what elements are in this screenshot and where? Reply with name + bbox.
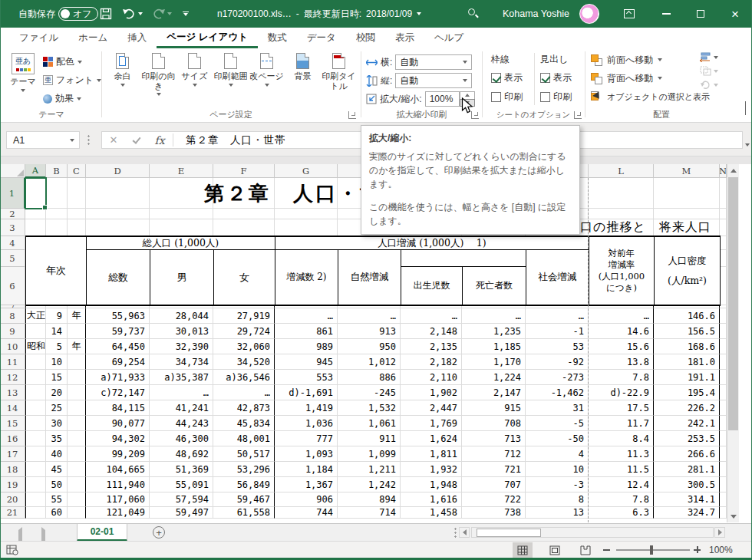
cell[interactable]	[720, 477, 727, 492]
cell[interactable]	[720, 400, 727, 416]
cell[interactable]	[150, 209, 213, 219]
cell[interactable]	[68, 400, 86, 416]
cell[interactable]	[86, 219, 150, 236]
header-total[interactable]: 総数	[87, 250, 150, 305]
vertical-scrollbar[interactable]	[727, 164, 739, 522]
ribbon-display-options-button[interactable]	[614, 0, 645, 28]
cell[interactable]: 84,115	[86, 400, 150, 416]
cell[interactable]: 年	[68, 308, 86, 324]
cell[interactable]: 713	[462, 431, 526, 446]
cell[interactable]: 738	[462, 507, 526, 519]
cell[interactable]	[68, 416, 86, 431]
cell[interactable]: 989	[275, 339, 338, 354]
cell[interactable]: 40	[46, 446, 68, 462]
cell[interactable]	[25, 507, 46, 519]
header-year[interactable]: 年次	[26, 237, 87, 305]
header-deaths[interactable]: 死亡者数	[463, 267, 526, 305]
cell[interactable]	[213, 219, 275, 236]
row-header[interactable]: 8	[0, 308, 25, 324]
cell[interactable]: 1,932	[401, 462, 462, 477]
cell[interactable]: 55	[46, 492, 68, 507]
cell[interactable]: 708	[462, 416, 526, 431]
page-setup-dialog-launcher[interactable]	[348, 111, 356, 119]
cell[interactable]	[68, 446, 86, 462]
collapse-ribbon-button[interactable]	[745, 102, 746, 116]
redo-button[interactable]	[152, 0, 172, 28]
horizontal-scrollbar[interactable]	[471, 527, 714, 538]
column-header[interactable]: N	[720, 164, 727, 178]
row-header[interactable]: 10	[0, 339, 25, 354]
cell[interactable]: 61,558	[213, 507, 275, 519]
row-header[interactable]: 19	[0, 477, 25, 492]
cell[interactable]	[25, 446, 46, 462]
cell[interactable]: …	[589, 308, 654, 324]
cell[interactable]: 90,077	[86, 416, 150, 431]
cell[interactable]: 13	[526, 507, 589, 519]
cell[interactable]: 13.8	[589, 354, 654, 370]
cell[interactable]: 714	[338, 507, 401, 519]
cell[interactable]: 722	[462, 492, 526, 507]
theme-effects-button[interactable]: 効果	[43, 92, 81, 105]
cell[interactable]: 44,243	[150, 416, 213, 431]
column-header[interactable]: D	[86, 164, 150, 178]
cell[interactable]	[720, 250, 727, 267]
cell[interactable]: 11.5	[589, 462, 654, 477]
cell[interactable]: 昭和	[25, 339, 46, 354]
cell[interactable]	[654, 178, 720, 209]
insert-function-button[interactable]: fx	[148, 134, 171, 147]
ribbon-tab[interactable]: ページ レイアウト	[157, 28, 258, 48]
row-header[interactable]: 9	[0, 324, 25, 339]
cell[interactable]: 94,302	[86, 431, 150, 446]
cell[interactable]: d)-1,691	[275, 385, 338, 400]
cell[interactable]: 48,001	[213, 431, 275, 446]
header-density[interactable]: 人口密度 (人/km²)	[655, 237, 721, 305]
tab-scrollbar-divider[interactable]	[454, 527, 457, 539]
cell[interactable]: 2,182	[401, 354, 462, 370]
cell[interactable]	[720, 507, 727, 519]
cell[interactable]: -92	[526, 354, 589, 370]
cell[interactable]: 324.7	[654, 507, 720, 519]
column-header[interactable]: C	[68, 164, 86, 178]
row-header[interactable]: 16	[0, 431, 25, 446]
column-header[interactable]: M	[654, 164, 720, 178]
header-total-population[interactable]: 総人口 (1,000人)	[87, 237, 275, 250]
cell[interactable]: -3	[526, 477, 589, 492]
cell[interactable]: …	[213, 385, 275, 400]
cell[interactable]: 2,110	[401, 370, 462, 385]
cell[interactable]	[25, 219, 46, 236]
cell[interactable]: 55,963	[86, 308, 150, 324]
cell[interactable]: a)35,387	[150, 370, 213, 385]
cell[interactable]: 59,737	[86, 324, 150, 339]
cell[interactable]: 51,369	[150, 462, 213, 477]
cell[interactable]	[68, 462, 86, 477]
gridlines-print-checkbox[interactable]: 印刷	[491, 91, 523, 104]
cell[interactable]: 10	[46, 354, 68, 370]
cell[interactable]: …	[462, 308, 526, 324]
cell[interactable]: 50,517	[213, 446, 275, 462]
cell[interactable]: 1,458	[401, 507, 462, 519]
cell[interactable]	[68, 209, 86, 219]
cell[interactable]: 48,692	[150, 446, 213, 462]
cell[interactable]: 7.8	[589, 492, 654, 507]
cell[interactable]: 945	[275, 354, 338, 370]
minimize-button[interactable]	[651, 0, 681, 28]
cell[interactable]: 8.4	[589, 431, 654, 446]
cell[interactable]: 15	[46, 370, 68, 385]
cell[interactable]	[25, 354, 46, 370]
cell[interactable]: 281.1	[654, 462, 720, 477]
cell[interactable]: 99,209	[86, 446, 150, 462]
cell[interactable]: 1,902	[401, 385, 462, 400]
cell[interactable]	[150, 219, 213, 236]
cell[interactable]: 1,093	[275, 446, 338, 462]
cell[interactable]: -50	[526, 431, 589, 446]
zoom-level[interactable]: 100%	[709, 545, 733, 555]
maximize-button[interactable]	[685, 0, 716, 28]
cell[interactable]: 50	[46, 477, 68, 492]
cell[interactable]: 46,300	[150, 431, 213, 446]
ribbon-button[interactable]: 前面へ移動	[591, 51, 710, 68]
cell[interactable]: 20	[46, 385, 68, 400]
ribbon-button[interactable]: オブジェクトの選択と表示	[591, 88, 710, 105]
column-header[interactable]: E	[150, 164, 213, 178]
ribbon-button[interactable]: 余白	[104, 48, 140, 96]
cell[interactable]: 5	[46, 339, 68, 354]
